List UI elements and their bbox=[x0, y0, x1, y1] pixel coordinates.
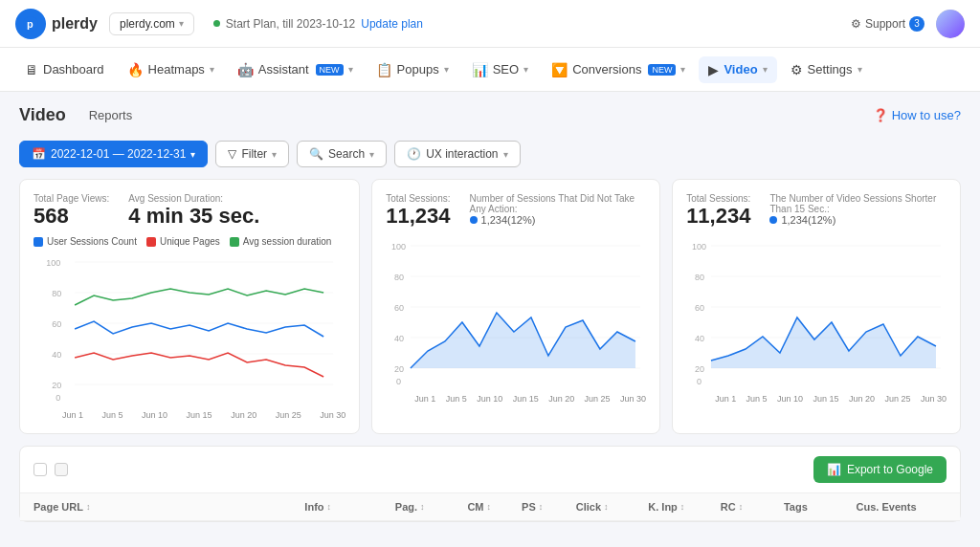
support-button[interactable]: ⚙ Support 3 bbox=[851, 16, 924, 32]
assistant-badge: NEW bbox=[316, 64, 344, 76]
chart3-x-labels: Jun 1 Jun 5 Jun 10 Jun 15 Jun 20 Jun 25 … bbox=[686, 392, 947, 404]
svg-text:20: 20 bbox=[695, 364, 704, 374]
gear-icon: ⚙ bbox=[851, 17, 861, 31]
video-icon: ▶ bbox=[708, 62, 719, 77]
svg-text:100: 100 bbox=[692, 242, 706, 252]
th-info-sort-icon[interactable]: ↕ bbox=[327, 502, 332, 512]
th-kinp-sort-icon[interactable]: ↕ bbox=[680, 502, 685, 512]
logo-icon: p bbox=[15, 9, 46, 39]
page-header: Video Reports ❓ How to use? bbox=[0, 92, 980, 135]
plan-dot-icon bbox=[213, 20, 220, 27]
update-plan-link[interactable]: Update plan bbox=[361, 17, 423, 31]
export-label: Export to Google bbox=[847, 463, 933, 476]
svg-text:20: 20 bbox=[394, 364, 404, 374]
th-cm-sort-icon[interactable]: ↕ bbox=[486, 502, 491, 512]
nav-label-settings: Settings bbox=[808, 62, 853, 77]
nav-item-dashboard[interactable]: 🖥 Dashboard bbox=[15, 56, 114, 83]
svg-text:60: 60 bbox=[394, 303, 404, 313]
nav-item-settings[interactable]: ⚙ Settings ▾ bbox=[781, 56, 872, 83]
svg-text:100: 100 bbox=[46, 258, 60, 268]
filter-button[interactable]: ▽ Filter ▾ bbox=[215, 141, 289, 167]
chart1-x-labels: Jun 1 Jun 5 Jun 10 Jun 15 Jun 20 Jun 25 … bbox=[33, 408, 345, 420]
chart3-stat1: Total Sessions: 11,234 bbox=[686, 193, 750, 229]
th-click-sort-icon[interactable]: ↕ bbox=[604, 502, 609, 512]
chart2-sub: 1,234(12%) bbox=[470, 214, 647, 226]
nav-item-assistant[interactable]: 🤖 Assistant NEW ▾ bbox=[228, 56, 363, 83]
domain-chevron-icon: ▾ bbox=[179, 18, 184, 29]
nav-item-popups[interactable]: 📋 Popups ▾ bbox=[367, 56, 458, 83]
th-ps-sort-icon[interactable]: ↕ bbox=[539, 502, 544, 512]
domain-selector[interactable]: plerdy.com ▾ bbox=[109, 12, 194, 35]
th-click: Click ↕ bbox=[576, 501, 649, 513]
navbar: 🖥 Dashboard 🔥 Heatmaps ▾ 🤖 Assistant NEW… bbox=[0, 48, 980, 92]
nav-item-video[interactable]: ▶ Video ▾ bbox=[699, 56, 776, 83]
question-icon: ❓ bbox=[873, 108, 888, 122]
nav-label-conversions: Conversions bbox=[572, 62, 641, 77]
filter-chevron-icon: ▾ bbox=[272, 149, 277, 160]
plan-text: Start Plan, till 2023-10-12 bbox=[226, 17, 355, 31]
conversions-chevron-icon: ▾ bbox=[680, 64, 685, 75]
seo-icon: 📊 bbox=[472, 62, 488, 77]
ux-interaction-button[interactable]: 🕐 UX interaction ▾ bbox=[394, 141, 520, 167]
th-rc-sort-icon[interactable]: ↕ bbox=[739, 502, 744, 512]
search-button[interactable]: 🔍 Search ▾ bbox=[297, 141, 387, 167]
legend-item-sessions: User Sessions Count bbox=[33, 236, 137, 247]
dashboard-icon: 🖥 bbox=[25, 62, 38, 77]
svg-text:40: 40 bbox=[394, 334, 404, 343]
chart-card-2: Total Sessions: 11,234 Number of Session… bbox=[371, 179, 660, 434]
conversions-badge: NEW bbox=[648, 64, 676, 76]
svg-text:80: 80 bbox=[52, 289, 61, 298]
th-tags-label: Tags bbox=[784, 501, 808, 513]
reports-link[interactable]: Reports bbox=[81, 105, 141, 125]
svg-text:40: 40 bbox=[52, 350, 61, 360]
select-all-checkbox[interactable] bbox=[33, 463, 47, 476]
chart3-value1: 11,234 bbox=[686, 204, 750, 229]
chart2-x-labels: Jun 1 Jun 5 Jun 10 Jun 15 Jun 20 Jun 25 … bbox=[386, 392, 646, 404]
nav-item-seo[interactable]: 📊 SEO ▾ bbox=[462, 56, 538, 83]
th-rc: RC ↕ bbox=[721, 501, 784, 513]
domain-value: plerdy.com bbox=[120, 17, 175, 31]
svg-text:p: p bbox=[27, 18, 33, 30]
popups-icon: 📋 bbox=[376, 62, 392, 77]
th-pag: Pag. ↕ bbox=[395, 501, 468, 513]
how-to-link[interactable]: ❓ How to use? bbox=[873, 108, 961, 122]
avatar-image bbox=[936, 10, 965, 38]
legend-label-pages: Unique Pages bbox=[160, 236, 220, 247]
chart1-value2: 4 min 35 sec. bbox=[128, 204, 259, 229]
date-range-picker[interactable]: 📅 2022-12-01 — 2022-12-31 ▾ bbox=[19, 141, 208, 167]
th-ps-label: PS bbox=[522, 501, 536, 513]
chart1-svg: 100 80 60 40 20 0 bbox=[33, 252, 345, 405]
nav-label-heatmaps: Heatmaps bbox=[148, 62, 205, 77]
nav-label-assistant: Assistant bbox=[258, 62, 309, 77]
svg-text:80: 80 bbox=[394, 273, 404, 282]
chart3-stat2: The Number of Video Sessions Shorter Tha… bbox=[769, 193, 947, 229]
chart1-label2: Avg Session Duration: bbox=[128, 193, 259, 204]
bottom-section: 📊 Export to Google Page URL ↕ Info ↕ Pag… bbox=[19, 446, 961, 522]
th-info: Info ↕ bbox=[304, 501, 394, 513]
th-kinp: K. Inp ↕ bbox=[648, 501, 721, 513]
svg-text:0: 0 bbox=[396, 377, 401, 386]
user-avatar[interactable] bbox=[936, 10, 965, 38]
nav-item-heatmaps[interactable]: 🔥 Heatmaps ▾ bbox=[118, 56, 224, 83]
assistant-icon: 🤖 bbox=[237, 62, 254, 77]
chart3-label2: The Number of Video Sessions Shorter Tha… bbox=[769, 193, 947, 214]
svg-text:40: 40 bbox=[695, 334, 704, 343]
svg-text:60: 60 bbox=[52, 319, 61, 329]
th-rc-label: RC bbox=[721, 501, 736, 513]
chart1-stat2: Avg Session Duration: 4 min 35 sec. bbox=[128, 193, 259, 229]
th-pag-sort-icon[interactable]: ↕ bbox=[420, 502, 425, 512]
bulk-action-checkbox[interactable] bbox=[55, 463, 68, 476]
chart1-value1: 568 bbox=[33, 204, 109, 229]
conversions-icon: 🔽 bbox=[551, 62, 568, 77]
chart2-bullet bbox=[470, 216, 478, 224]
legend-color-pages bbox=[146, 237, 156, 247]
how-to-label: How to use? bbox=[892, 108, 961, 122]
table-header: Page URL ↕ Info ↕ Pag. ↕ CM ↕ PS ↕ Click… bbox=[20, 493, 960, 521]
chart1-label1: Total Page Views: bbox=[33, 193, 109, 204]
export-google-button[interactable]: 📊 Export to Google bbox=[813, 456, 947, 483]
chart2-stat2: Number of Sessions That Did Not Take Any… bbox=[470, 193, 647, 229]
seo-chevron-icon: ▾ bbox=[523, 64, 528, 75]
nav-item-conversions[interactable]: 🔽 Conversions NEW ▾ bbox=[542, 56, 695, 83]
th-url-sort-icon[interactable]: ↕ bbox=[86, 502, 91, 512]
support-badge: 3 bbox=[909, 16, 924, 32]
